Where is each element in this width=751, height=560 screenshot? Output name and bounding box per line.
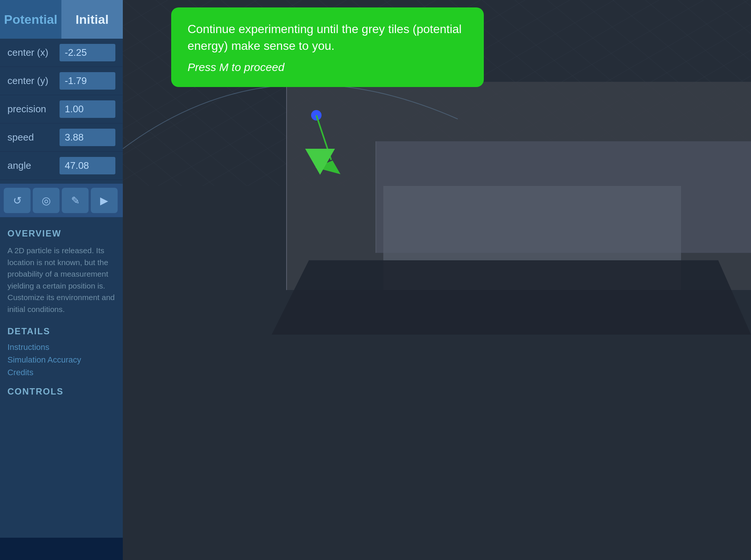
notification-box: Continue experimenting until the grey ti… <box>171 7 484 87</box>
field-label: speed <box>7 132 60 143</box>
notification-sub: Press M to proceed <box>188 61 467 74</box>
field-value[interactable]: -1.79 <box>60 72 115 90</box>
controls-bar: ↺◎✎▶ <box>0 184 123 217</box>
field-row-angle: angle 47.08 <box>0 152 123 180</box>
tab-initial-label: Initial <box>76 12 109 27</box>
tab-potential[interactable]: Potential <box>0 0 61 39</box>
field-label: center (y) <box>7 75 60 87</box>
details-links: InstructionsSimulation AccuracyCredits <box>7 342 115 377</box>
field-row-center--x-: center (x) -2.25 <box>0 39 123 67</box>
field-label: precision <box>7 103 60 115</box>
tab-initial[interactable]: Initial <box>61 0 123 39</box>
field-row-center--y-: center (y) -1.79 <box>0 67 123 95</box>
field-value[interactable]: 1.00 <box>60 100 115 118</box>
details-section: DETAILS InstructionsSimulation AccuracyC… <box>7 326 115 377</box>
info-section: OVERVIEW A 2D particle is released. Its … <box>0 217 123 538</box>
details-title: DETAILS <box>7 326 115 337</box>
controls-title: CONTROLS <box>7 386 115 397</box>
field-label: angle <box>7 160 60 171</box>
bottom-bar <box>0 538 123 560</box>
detail-link-instructions[interactable]: Instructions <box>7 342 115 352</box>
edit-button[interactable]: ✎ <box>62 188 89 213</box>
reset-button[interactable]: ↺ <box>4 188 31 213</box>
field-row-speed: speed 3.88 <box>0 123 123 152</box>
field-value[interactable]: -2.25 <box>60 44 115 61</box>
left-panel: Potential Initial center (x) -2.25 cente… <box>0 0 123 560</box>
tab-bar: Potential Initial <box>0 0 123 39</box>
circle-button[interactable]: ◎ <box>33 188 60 213</box>
field-label: center (x) <box>7 47 60 58</box>
overview-text: A 2D particle is released. Its location … <box>7 245 115 315</box>
detail-link-credits[interactable]: Credits <box>7 368 115 377</box>
overview-title: OVERVIEW <box>7 228 115 239</box>
field-value[interactable]: 3.88 <box>60 129 115 146</box>
tab-potential-label: Potential <box>4 12 58 27</box>
notification-text: Continue experimenting until the grey ti… <box>188 21 467 54</box>
detail-link-simulation-accuracy[interactable]: Simulation Accuracy <box>7 355 115 365</box>
svg-marker-5 <box>272 260 751 335</box>
play-button[interactable]: ▶ <box>91 188 118 213</box>
main-area: Continue experimenting until the grey ti… <box>123 0 751 560</box>
field-value[interactable]: 47.08 <box>60 157 115 174</box>
fields-section: center (x) -2.25 center (y) -1.79 precis… <box>0 39 123 184</box>
field-row-precision: precision 1.00 <box>0 95 123 123</box>
overview-section: OVERVIEW A 2D particle is released. Its … <box>7 228 115 315</box>
controls-section: CONTROLS <box>7 386 115 397</box>
